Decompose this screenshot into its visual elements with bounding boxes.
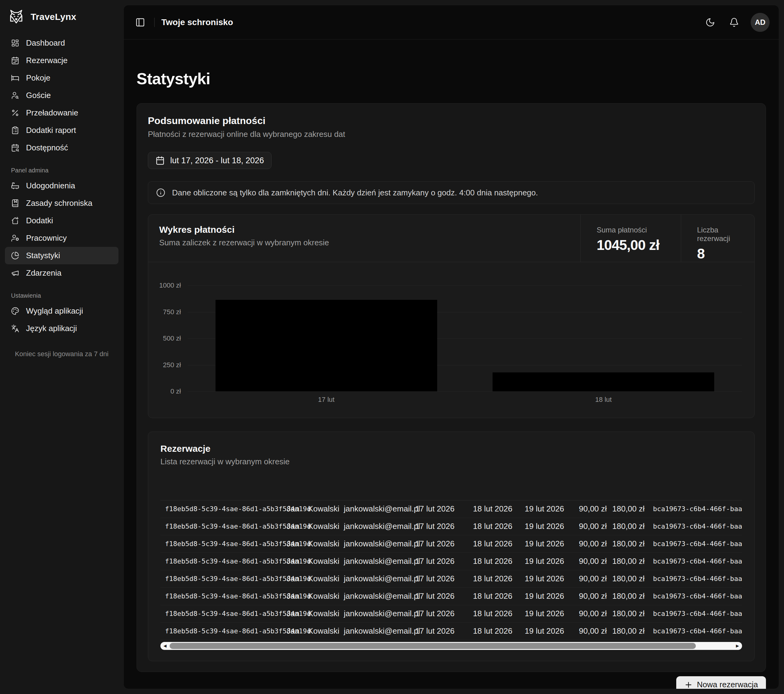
user-avatar[interactable]: AD (751, 13, 769, 32)
cell-uuid: f18eb5d8-5c39-4sae-86d1-a5b3f584a19d (160, 552, 282, 570)
table-container: f18eb5d8-5c39-4sae-86d1-a5b3f584a19d Jan… (160, 477, 742, 640)
cell-checkin-date: 18 lut 2026 (468, 587, 520, 605)
summary-subtitle: Płatności z rezerwacji online dla wybran… (148, 130, 754, 139)
section-label-settings: Ustawienia (11, 292, 119, 299)
column-header[interactable] (303, 477, 339, 500)
table-row[interactable]: f18eb5d8-5c39-4sae-86d1-a5b3f584a19d Jan… (160, 518, 742, 535)
column-header[interactable] (520, 477, 574, 500)
nav-main: Dashboard Rezerwacje Pokoje Goście Przeł… (5, 34, 119, 157)
sidebar-item-wyglad-aplikacji[interactable]: Wygląd aplikacji (5, 302, 119, 320)
horizontal-scrollbar[interactable]: ◀ ▶ (160, 642, 742, 650)
left-arrow-icon: ◀ (163, 644, 166, 648)
column-header[interactable] (339, 477, 410, 500)
table-row[interactable]: f18eb5d8-5c39-4sae-86d1-a5b3f584a19d Jan… (160, 587, 742, 605)
table-row[interactable]: f18eb5d8-5c39-4sae-86d1-a5b3f584a19d Jan… (160, 570, 742, 587)
cell-checkout-date: 19 lut 2026 (520, 622, 574, 640)
sidebar-item-dodatki[interactable]: Dodatki (5, 212, 119, 229)
cell-checkout-date: 19 lut 2026 (520, 605, 574, 622)
moon-icon (705, 18, 715, 27)
cell-checkin-date: 18 lut 2026 (468, 552, 520, 570)
cell-last-name: Kowalski (303, 622, 339, 640)
column-header[interactable] (160, 477, 282, 500)
column-header[interactable] (468, 477, 520, 500)
column-header[interactable] (282, 477, 303, 500)
table-row[interactable]: f18eb5d8-5c39-4sae-86d1-a5b3f584a19d Jan… (160, 500, 742, 518)
chart-bar-18-lut[interactable] (492, 373, 714, 391)
cell-uuid: f18eb5d8-5c39-4sae-86d1-a5b3f584a19d (160, 535, 282, 552)
scrollbar-thumb[interactable] (170, 643, 696, 649)
new-reservation-button[interactable]: Nowa rezerwacja (676, 676, 766, 689)
sidebar-item-zasady-schroniska[interactable]: Zasady schroniska (5, 195, 119, 212)
hostel-name: Twoje schronisko (161, 18, 233, 27)
sidebar-item-statystyki[interactable]: Statystyki (5, 247, 119, 264)
cell-last-name: Kowalski (303, 552, 339, 570)
table-row[interactable]: f18eb5d8-5c39-4sae-86d1-a5b3f584a19d Jan… (160, 622, 742, 640)
sidebar-toggle-button[interactable] (133, 15, 148, 30)
brand[interactable]: TraveLynx (5, 5, 119, 29)
sidebar-item-jezyk-aplikacji[interactable]: Język aplikacji (5, 320, 119, 337)
y-axis-tick: 0 zł (171, 387, 181, 396)
sidebar-item-goscie[interactable]: Goście (5, 87, 119, 104)
stat-total-payments: Suma płatności 1045,00 zł (580, 215, 681, 262)
table-header-row (160, 477, 742, 500)
panel-left-icon (135, 18, 145, 27)
cell-last-name: Kowalski (303, 518, 339, 535)
sidebar-item-dostepnosc[interactable]: Dostępność (5, 139, 119, 157)
nav-admin: Udogodnienia Zasady schroniska Dodatki P… (5, 177, 119, 282)
cell-session-id: bca19673-c6b4-466f-baa1-6e9dc (648, 552, 742, 570)
column-header[interactable] (608, 477, 648, 500)
sidebar-item-pokoje[interactable]: Pokoje (5, 69, 119, 87)
cell-deposit: 90,00 zł (574, 587, 608, 605)
sidebar-item-dodatki-raport[interactable]: Dodatki raport (5, 122, 119, 139)
cell-checkin-date: 18 lut 2026 (468, 535, 520, 552)
main-panel: Twoje schronisko AD Statystyki Podsumowa… (124, 5, 779, 689)
scroll-right-button[interactable]: ▶ (734, 642, 741, 650)
theme-toggle-button[interactable] (703, 15, 718, 30)
cell-checkin-date: 18 lut 2026 (468, 605, 520, 622)
cell-email: jankowalski@email.pl (339, 535, 410, 552)
topbar-actions: AD (703, 13, 769, 32)
chart-bar-17-lut[interactable] (216, 300, 437, 391)
table-row[interactable]: f18eb5d8-5c39-4sae-86d1-a5b3f584a19d Jan… (160, 552, 742, 570)
table-row[interactable]: f18eb5d8-5c39-4sae-86d1-a5b3f584a19d Jan… (160, 535, 742, 552)
payments-summary-card: Podsumowanie płatności Płatności z rezer… (137, 103, 766, 672)
reservations-table: f18eb5d8-5c39-4sae-86d1-a5b3f584a19d Jan… (160, 477, 742, 640)
table-row[interactable]: f18eb5d8-5c39-4sae-86d1-a5b3f584a19d Jan… (160, 605, 742, 622)
cell-last-name: Kowalski (303, 605, 339, 622)
cell-checkin-date: 18 lut 2026 (468, 500, 520, 518)
cell-total-amount: 180,00 zł (608, 622, 648, 640)
bar-chart: 1000 zł 750 zł 500 zł 250 zł 0 zł 17 lut… (148, 262, 754, 418)
sidebar-item-rezerwacje[interactable]: Rezerwacje (5, 52, 119, 69)
bell-icon (729, 18, 739, 27)
table-body: f18eb5d8-5c39-4sae-86d1-a5b3f584a19d Jan… (160, 500, 742, 640)
cell-email: jankowalski@email.pl (339, 605, 410, 622)
date-range-picker[interactable]: lut 17, 2026 - lut 18, 2026 (148, 152, 272, 169)
cell-checkout-date: 19 lut 2026 (520, 535, 574, 552)
table-subtitle: Lista rezerwacji w wybranym okresie (160, 457, 742, 467)
calendar-icon (155, 156, 165, 165)
notifications-button[interactable] (727, 15, 741, 30)
cell-deposit: 90,00 zł (574, 622, 608, 640)
stat-label: Liczba rezerwacji (697, 226, 748, 243)
info-text: Dane obliczone są tylko dla zamkniętych … (172, 188, 538, 198)
chart-header: Wykres płatności Suma zaliczek z rezerwa… (148, 215, 754, 262)
plus-icon (684, 681, 693, 689)
sidebar-item-dashboard[interactable]: Dashboard (5, 34, 119, 52)
sidebar-item-przeladowanie[interactable]: Przeładowanie (5, 104, 119, 122)
y-axis-tick: 750 zł (163, 308, 181, 316)
sidebar-item-zdarzenia[interactable]: Zdarzenia (5, 264, 119, 282)
column-header[interactable] (410, 477, 468, 500)
scrollbar-track[interactable] (168, 642, 734, 650)
summary-title: Podsumowanie płatności (148, 115, 754, 127)
column-header[interactable] (648, 477, 742, 500)
sidebar-item-pracownicy[interactable]: Pracownicy (5, 229, 119, 247)
cell-uuid: f18eb5d8-5c39-4sae-86d1-a5b3f584a19d (160, 570, 282, 587)
scroll-left-button[interactable]: ◀ (161, 642, 168, 650)
cell-checkin-date: 18 lut 2026 (468, 622, 520, 640)
cell-total-amount: 180,00 zł (608, 570, 648, 587)
cell-last-name: Kowalski (303, 570, 339, 587)
sidebar-item-udogodnienia[interactable]: Udogodnienia (5, 177, 119, 195)
column-header[interactable] (574, 477, 608, 500)
content: Statystyki Podsumowanie płatności Płatno… (124, 40, 779, 689)
x-axis-tick: 18 lut (595, 396, 612, 404)
